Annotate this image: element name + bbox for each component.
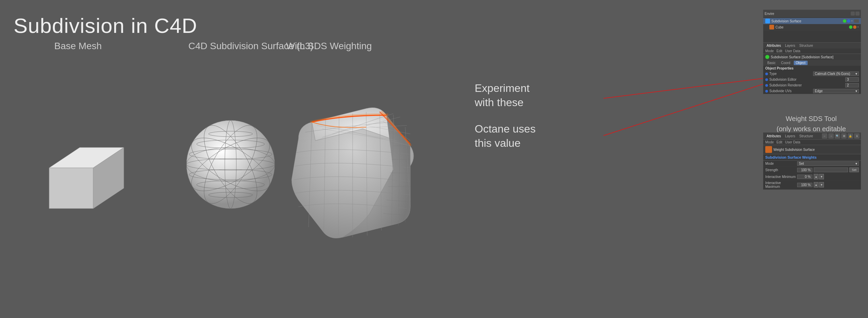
bottom-menu-user-data[interactable]: User Data [785, 140, 800, 144]
page-title: Subdivision in C4D [14, 14, 197, 38]
prop-label-editor: Subdivision Editor [769, 78, 844, 81]
menu-edit[interactable]: Edit [776, 49, 782, 53]
int-max-up[interactable]: ▲ [814, 182, 818, 187]
int-max-steppers: ▲ ▼ [814, 182, 824, 187]
tab-structure[interactable]: Structure [797, 43, 815, 48]
prop-type: Type Catmull-Clark (N-Gons) ▾ [763, 71, 861, 77]
prop-label-uvs: Subdivide UVs [769, 89, 812, 93]
strength-slider[interactable] [814, 167, 848, 172]
prop-subdivision-renderer: Subdivision Renderer 2 [763, 82, 861, 88]
bottom-menu-mode[interactable]: Mode [765, 140, 774, 144]
obj-label: Subdivision Surface [Subdivision Surface… [771, 55, 833, 59]
settings-btn[interactable]: ⚙ [841, 133, 847, 139]
int-min-value[interactable]: 0 % [797, 175, 812, 179]
mode-dropdown[interactable]: Set ▾ [797, 161, 859, 166]
tree-controls: × [843, 19, 859, 23]
strength-set-btn[interactable]: Set [849, 167, 859, 172]
int-max-value[interactable]: 100 % [797, 183, 812, 187]
uvs-dropdown-arrow: ▾ [855, 89, 857, 93]
int-max-down[interactable]: ▼ [819, 182, 824, 187]
weight-obj-icon [765, 146, 772, 153]
int-min-down[interactable]: ▼ [819, 174, 824, 179]
cube-check-dot[interactable] [849, 25, 852, 29]
menu-mode[interactable]: Mode [765, 49, 774, 53]
toolbar-icons: ← → 🔍 ⚙ 🔒 ℹ [822, 133, 860, 139]
menu-user-data[interactable]: User Data [785, 49, 800, 53]
prop-editor-input[interactable]: 3 [845, 77, 859, 82]
cube-color-dot[interactable] [853, 25, 856, 29]
mode-arrow: ▾ [855, 162, 857, 165]
bottom-tab-layers[interactable]: Layers [783, 134, 797, 138]
experiment-text-line2: with these [475, 96, 530, 110]
annotation-octane: Octane uses this value [475, 122, 536, 150]
cube-icon [769, 25, 774, 29]
check-dot[interactable] [843, 19, 846, 23]
sub-tab-object[interactable]: Object [794, 61, 808, 65]
weight-obj-row: Weight Subdivision Surface [763, 145, 861, 154]
weight-section-title: Subdivision Surface Weights [763, 154, 861, 161]
octane-text-line2: this value [475, 136, 536, 151]
bottom-tab-structure[interactable]: Structure [797, 134, 815, 138]
obj-green-icon [765, 55, 769, 59]
obj-props-title: Object Properties [763, 66, 861, 71]
mode-value: Set [799, 162, 804, 165]
fwd-btn[interactable]: → [828, 133, 834, 139]
tree-item-subdivision[interactable]: Subdivision Surface × [763, 18, 861, 24]
int-min-steppers: ▲ ▼ [814, 174, 824, 179]
base-mesh-area [7, 58, 153, 271]
panel-btn-2[interactable] [855, 12, 860, 16]
bottom-menu-bar: Mode Edit User Data [763, 140, 861, 145]
prop-label-renderer: Subdivision Renderer [769, 83, 844, 87]
prop-uvs-dropdown[interactable]: Edge ▾ [813, 89, 859, 93]
sds-area [254, 41, 444, 285]
panel-btn-1[interactable] [851, 12, 855, 16]
lock-icon[interactable]: × [851, 19, 853, 23]
int-max-label: Interactive Maximum [765, 181, 796, 188]
panel-spacer [763, 31, 861, 41]
color-dot[interactable] [847, 19, 850, 23]
prop-renderer-input[interactable]: 2 [845, 83, 859, 87]
tree-item-cube[interactable]: Cube × [763, 24, 861, 30]
sub-tab-coord[interactable]: Coord [779, 61, 792, 65]
info-btn[interactable]: ℹ [854, 133, 860, 139]
weight-sds-title: Weight SDS Tool [763, 114, 860, 124]
prop-bullet-type [765, 73, 768, 75]
prop-subdivision-editor: Subdivision Editor 3 [763, 77, 861, 82]
c4d-panel-top: Envire Subdivision Surface × Cube × [763, 9, 861, 94]
panel-header-label: Envire [765, 12, 774, 16]
bottom-menu-edit[interactable]: Edit [776, 140, 782, 144]
bottom-tab-attributes[interactable]: Attributes [765, 134, 783, 138]
strength-label: Strength [765, 168, 796, 172]
weight-prop-strength: Strength 100 % Set [763, 167, 861, 173]
dropdown-arrow: ▾ [855, 72, 857, 76]
prop-bullet-uvs [765, 90, 768, 93]
prop-uvs-value: Edge [815, 89, 823, 93]
prop-bullet-editor [765, 78, 768, 81]
sub-tab-basic[interactable]: Basic [765, 61, 777, 65]
label-base-mesh: Base Mesh [14, 41, 142, 52]
tree-label-subdivision: Subdivision Surface [771, 19, 801, 23]
prop-type-dropdown[interactable]: Catmull-Clark (N-Gons) ▾ [813, 72, 859, 76]
obj-header: Subdivision Surface [Subdivision Surface… [763, 54, 861, 60]
expand-icon[interactable] [854, 19, 859, 23]
attr-menu-bar: Mode Edit User Data [763, 48, 861, 54]
weight-prop-int-min: Interactive Minimum 0 % ▲ ▼ [763, 173, 861, 180]
back-btn[interactable]: ← [822, 133, 827, 139]
strength-value[interactable]: 100 % [797, 168, 812, 172]
weight-prop-int-max: Interactive Maximum 100 % ▲ ▼ [763, 180, 861, 190]
int-min-label: Interactive Minimum [765, 175, 796, 179]
weight-prop-mode: Mode Set ▾ [763, 161, 861, 167]
subdivision-icon [765, 19, 770, 23]
lock-btn[interactable]: 🔒 [848, 133, 853, 139]
int-min-up[interactable]: ▲ [814, 174, 818, 179]
cube-lock-icon[interactable]: × [857, 25, 859, 29]
tab-layers[interactable]: Layers [783, 43, 797, 48]
weight-obj-name: Weight Subdivision Surface [773, 148, 815, 152]
search-btn[interactable]: 🔍 [835, 133, 840, 139]
cube-controls: × [849, 25, 859, 29]
attr-tabs: Attributes Layers Structure [763, 43, 861, 48]
panel-header: Envire [763, 10, 861, 17]
prop-subdivide-uvs: Subdivide UVs Edge ▾ [763, 88, 861, 94]
tab-attributes[interactable]: Attributes [765, 43, 783, 48]
prop-bullet-renderer [765, 84, 768, 87]
